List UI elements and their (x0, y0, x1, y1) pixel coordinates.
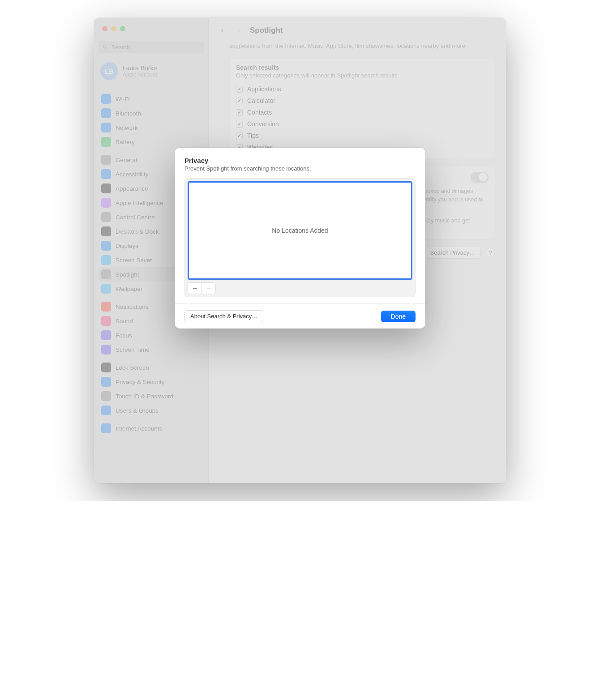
add-location-button[interactable]: ＋ (188, 283, 201, 294)
locations-list-container: No Locations Added ＋ － (184, 178, 416, 297)
modal-subtitle: Prevent Spotlight from searching these l… (184, 165, 416, 172)
about-search-privacy-button[interactable]: About Search & Privacy… (184, 310, 263, 322)
modal-title: Privacy (184, 157, 416, 164)
locations-list[interactable]: No Locations Added (188, 181, 412, 280)
system-settings-window: LB Laura Burke Apple Account Wi-FiBlueto… (94, 18, 506, 483)
privacy-modal: Privacy Prevent Spotlight from searching… (175, 148, 425, 329)
done-button[interactable]: Done (381, 311, 416, 322)
locations-empty-label: No Locations Added (272, 227, 328, 234)
add-remove-control: ＋ － (188, 282, 216, 294)
remove-location-button: － (202, 283, 215, 294)
